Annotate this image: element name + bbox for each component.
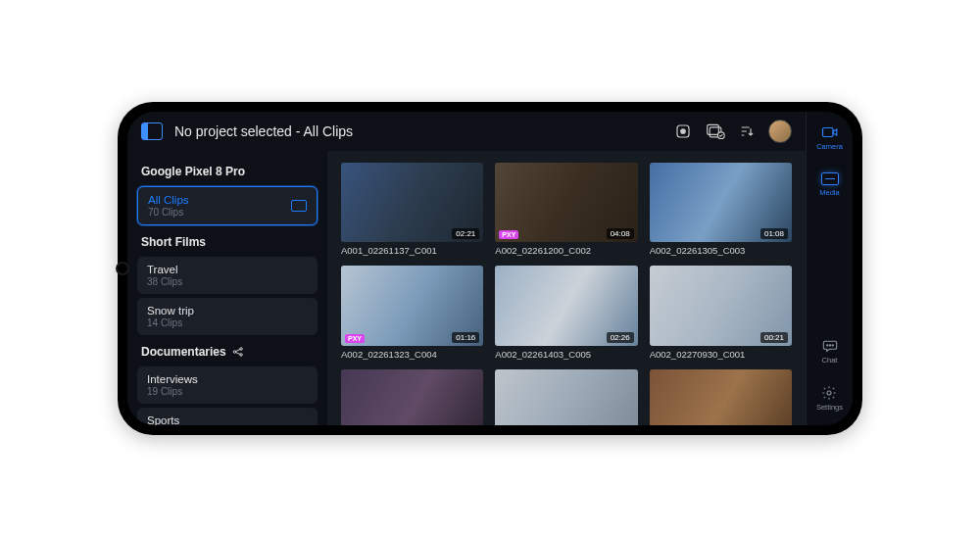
clip-filename: A002_02261305_C003 [650, 245, 792, 256]
rail-media[interactable]: Media [819, 172, 839, 197]
shared-icon [232, 347, 244, 357]
folder-sports[interactable]: Sports 4 Clips [137, 408, 318, 425]
settings-icon [820, 386, 838, 400]
clip-filename: A001_02261137_C001 [341, 245, 483, 256]
select-check-icon[interactable] [706, 122, 725, 140]
clip-duration: 01:16 [452, 332, 479, 343]
svg-point-10 [829, 344, 830, 345]
folder-name: Snow trip [147, 305, 308, 317]
group-title: Documentaries [141, 345, 226, 359]
clip-filename: A002_02261323_C004 [341, 349, 483, 360]
svg-rect-8 [822, 127, 833, 136]
rail-label: Settings [816, 403, 843, 412]
record-icon[interactable] [674, 122, 692, 140]
proxy-badge: PXY [345, 334, 365, 343]
clip-thumbnail: 02:21 [341, 163, 483, 243]
clip-item[interactable]: 01:08A002_02261305_C003 [650, 163, 792, 257]
rail-label: Chat [822, 356, 838, 365]
clip-duration: 00:21 [760, 332, 788, 343]
folder-name: All Clips [148, 194, 307, 206]
clip-duration: 02:21 [452, 228, 479, 239]
folder-name: Travel [147, 264, 308, 275]
clip-item[interactable]: 02:26A002_02261403_C005 [495, 266, 637, 360]
device-header: Google Pixel 8 Pro [137, 159, 318, 182]
chat-icon [821, 339, 839, 353]
clip-item[interactable]: 00:19A002_02280720_C009 [495, 369, 637, 425]
group-header-short-films: Short Films [137, 229, 318, 253]
user-avatar[interactable] [768, 120, 792, 143]
folder-meta: 38 Clips [147, 276, 308, 287]
clip-duration: 01:08 [760, 228, 788, 239]
clip-duration: 04:08 [607, 228, 634, 239]
clip-thumbnail: 01:08 [650, 163, 792, 243]
svg-rect-2 [708, 124, 719, 134]
folder-meta: 70 Clips [148, 207, 307, 218]
clip-item[interactable]: 01:07PXYA002_02271500_C004 [341, 369, 483, 425]
folder-name: Interviews [147, 373, 308, 385]
clip-item[interactable]: 00:21A002_02270930_C001 [650, 266, 792, 360]
folder-snow-trip[interactable]: Snow trip 14 Clips [137, 298, 318, 335]
clip-duration: 02:26 [607, 332, 634, 343]
folder-meta: 19 Clips [147, 386, 308, 397]
clip-thumbnail: 02:26 [495, 266, 637, 346]
folder-interviews[interactable]: Interviews 19 Clips [137, 366, 318, 404]
page-title: No project selected - All Clips [174, 123, 662, 139]
rail-camera[interactable]: Camera [816, 125, 843, 151]
clip-thumbnail: 03:02 [650, 369, 792, 425]
main-area: No project selected - All Clips [127, 112, 806, 425]
clip-filename: A002_02261200_C002 [495, 245, 637, 256]
folder-all-clips[interactable]: All Clips 70 Clips [137, 186, 318, 225]
media-icon [821, 172, 839, 185]
clip-grid-area: 02:21A001_02261137_C00104:08PXYA002_0226… [327, 151, 806, 425]
clip-thumbnail: 01:16PXY [341, 266, 483, 346]
camera-icon [821, 125, 839, 139]
topbar: No project selected - All Clips [127, 112, 806, 151]
folder-name: Sports [147, 414, 308, 425]
folder-meta: 14 Clips [147, 317, 308, 328]
clip-thumbnail: 00:21 [650, 266, 792, 346]
clip-item[interactable]: 04:08PXYA002_02261200_C002 [495, 163, 637, 257]
rail-settings[interactable]: Settings [816, 386, 843, 412]
clip-grid: 02:21A001_02261137_C00104:08PXYA002_0226… [341, 163, 792, 425]
proxy-badge: PXY [499, 230, 518, 239]
sort-icon[interactable] [739, 123, 755, 139]
top-action-icons [674, 120, 792, 143]
clip-item[interactable]: 02:21A001_02261137_C001 [341, 163, 483, 257]
folder-travel[interactable]: Travel 38 Clips [137, 257, 318, 294]
app-screen: No project selected - All Clips [127, 112, 853, 425]
svg-point-1 [681, 128, 686, 133]
front-camera-hole [116, 262, 129, 275]
clip-filename: A002_02261403_C005 [495, 349, 637, 360]
group-header-documentaries: Documentaries [137, 339, 318, 363]
rail-chat[interactable]: Chat [821, 339, 839, 365]
clip-thumbnail: 00:19 [495, 369, 637, 425]
folder-sidebar: Google Pixel 8 Pro All Clips 70 Clips Sh… [127, 151, 327, 425]
clip-thumbnail: 04:08PXY [495, 163, 637, 243]
phone-shell: No project selected - All Clips [118, 102, 862, 435]
svg-point-9 [826, 344, 827, 345]
right-nav-rail: Camera Media Chat Settings [806, 112, 853, 425]
clip-item[interactable]: 03:02A002_03170754_C002 [650, 369, 792, 425]
svg-point-11 [832, 344, 833, 345]
sidebar-toggle-icon[interactable] [141, 122, 163, 140]
clip-thumbnail: 01:07PXY [341, 369, 483, 425]
clip-item[interactable]: 01:16PXYA002_02261323_C004 [341, 266, 483, 360]
rail-label: Media [819, 188, 839, 197]
svg-point-12 [827, 391, 831, 395]
rail-label: Camera [816, 142, 843, 151]
content-row: Google Pixel 8 Pro All Clips 70 Clips Sh… [127, 151, 806, 425]
clip-filename: A002_02270930_C001 [650, 349, 792, 360]
